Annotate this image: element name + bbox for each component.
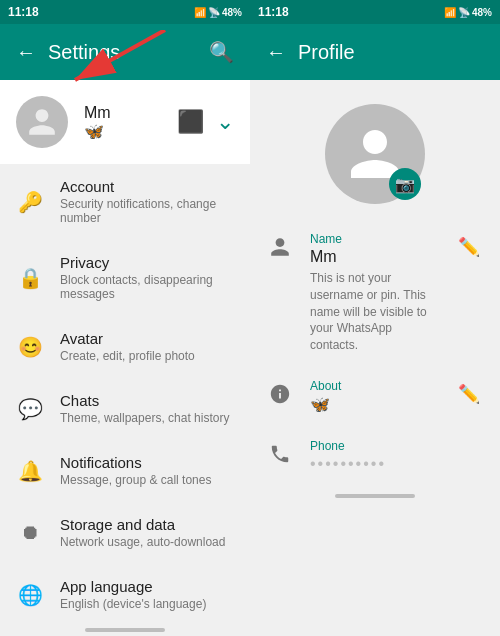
face-icon: 😊 xyxy=(16,335,44,359)
about-field: About 🦋 ✏️ xyxy=(250,367,500,427)
time-display-right: 11:18 xyxy=(258,5,289,19)
name-label: Name xyxy=(310,232,438,246)
profile-title: Profile xyxy=(298,41,484,64)
settings-item-avatar[interactable]: 😊 Avatar Create, edit, profile photo xyxy=(0,316,250,377)
lock-icon: 🔒 xyxy=(16,266,44,290)
qr-icon[interactable]: ⬛ xyxy=(177,109,204,135)
time-display: 11:18 xyxy=(8,5,39,19)
right-panel: 11:18 📶 📡 48% ← Profile 📷 xyxy=(250,0,500,636)
status-icons: 📶 📡 48% xyxy=(194,7,242,18)
phone-field-content: Phone •••••••••• xyxy=(310,439,484,473)
key-icon: 🔑 xyxy=(16,190,44,214)
battery-icon-right: 48% xyxy=(472,7,492,18)
status-bar-right: 11:18 📶 📡 48% xyxy=(250,0,500,24)
settings-item-privacy[interactable]: 🔒 Privacy Block contacts, disappearing m… xyxy=(0,240,250,315)
phone-value: •••••••••• xyxy=(310,455,484,473)
settings-title: Settings xyxy=(48,41,197,64)
profile-back-button[interactable]: ← xyxy=(266,41,286,64)
storage-text: Storage and data Network usage, auto-dow… xyxy=(60,516,225,549)
settings-item-chats[interactable]: 💬 Chats Theme, wallpapers, chat history xyxy=(0,378,250,439)
about-edit-button[interactable]: ✏️ xyxy=(454,379,484,409)
avatar xyxy=(16,96,68,148)
signal-icon-right: 📶 xyxy=(444,7,456,18)
camera-icon: 📷 xyxy=(395,175,415,194)
chat-icon: 💬 xyxy=(16,397,44,421)
name-field-content: Name Mm This is not your username or pin… xyxy=(310,232,438,354)
notifications-text: Notifications Message, group & call tone… xyxy=(60,454,211,487)
about-label: About xyxy=(310,379,438,393)
privacy-text: Privacy Block contacts, disappearing mes… xyxy=(60,254,234,301)
about-emoji: 🦋 xyxy=(310,395,438,414)
profile-row-actions: ⬛ ⌄ xyxy=(177,109,234,135)
bottom-indicator xyxy=(0,620,250,636)
phone-icon xyxy=(266,443,294,465)
settings-item-notifications[interactable]: 🔔 Notifications Message, group & call to… xyxy=(0,440,250,501)
info-icon xyxy=(266,383,294,405)
profile-info: Mm 🦋 xyxy=(84,104,111,141)
bell-icon: 🔔 xyxy=(16,459,44,483)
name-edit-button[interactable]: ✏️ xyxy=(454,232,484,262)
chevron-down-icon[interactable]: ⌄ xyxy=(216,109,234,135)
name-field: Name Mm This is not your username or pin… xyxy=(250,220,500,367)
phone-label: Phone xyxy=(310,439,484,453)
camera-button[interactable]: 📷 xyxy=(389,168,421,200)
profile-row[interactable]: Mm 🦋 ⬛ ⌄ xyxy=(0,80,250,164)
storage-icon: ⏺ xyxy=(16,521,44,544)
battery-icon: 48% xyxy=(222,7,242,18)
settings-item-storage[interactable]: ⏺ Storage and data Network usage, auto-d… xyxy=(0,502,250,563)
profile-large-avatar: 📷 xyxy=(325,104,425,204)
name-value: Mm xyxy=(310,248,438,266)
avatar-text: Avatar Create, edit, profile photo xyxy=(60,330,195,363)
left-panel: 11:18 📶 📡 48% ← Settings 🔍 Mm 🦋 ⬛ ⌄ xyxy=(0,0,250,636)
bottom-indicator-right xyxy=(250,486,500,502)
signal-icon: 📶 xyxy=(194,7,206,18)
settings-item-account[interactable]: 🔑 Account Security notifications, change… xyxy=(0,164,250,239)
profile-photo-section: 📷 xyxy=(250,80,500,220)
back-button[interactable]: ← xyxy=(16,41,36,64)
about-field-content: About 🦋 xyxy=(310,379,438,414)
wifi-icon-right: 📡 xyxy=(458,7,470,18)
globe-icon: 🌐 xyxy=(16,583,44,607)
settings-app-bar: ← Settings 🔍 xyxy=(0,24,250,80)
name-description: This is not your username or pin. This n… xyxy=(310,270,438,354)
settings-item-language[interactable]: 🌐 App language English (device's languag… xyxy=(0,564,250,620)
person-icon xyxy=(266,236,294,258)
phone-field: Phone •••••••••• xyxy=(250,427,500,486)
account-text: Account Security notifications, change n… xyxy=(60,178,234,225)
profile-emoji: 🦋 xyxy=(84,123,104,140)
profile-app-bar: ← Profile xyxy=(250,24,500,80)
settings-list: 🔑 Account Security notifications, change… xyxy=(0,164,250,620)
language-text: App language English (device's language) xyxy=(60,578,206,611)
wifi-icon: 📡 xyxy=(208,7,220,18)
status-icons-right: 📶 📡 48% xyxy=(444,7,492,18)
status-bar: 11:18 📶 📡 48% xyxy=(0,0,250,24)
chats-text: Chats Theme, wallpapers, chat history xyxy=(60,392,229,425)
profile-name: Mm xyxy=(84,104,111,122)
search-icon[interactable]: 🔍 xyxy=(209,40,234,64)
